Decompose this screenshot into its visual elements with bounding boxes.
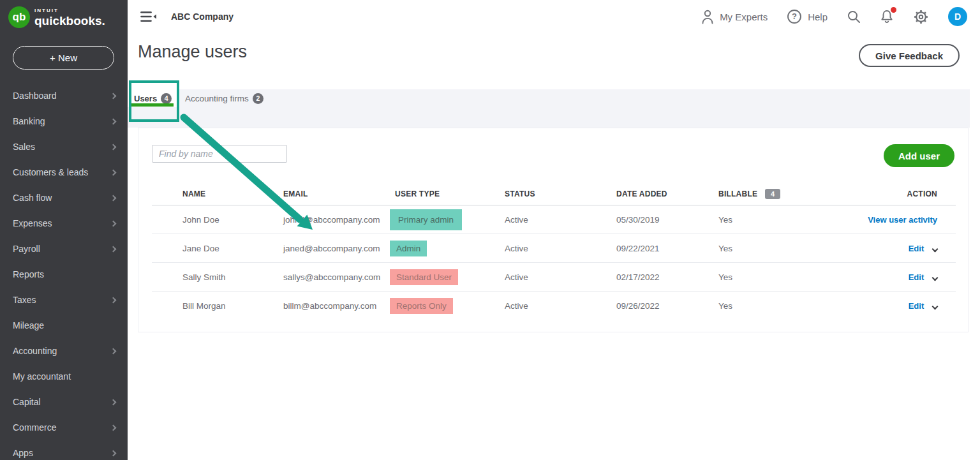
cell-date-added: 05/30/2019 [616, 215, 718, 225]
table-row: Jane Doe janed@abccompany.com Admin Acti… [152, 234, 956, 263]
chevron-right-icon [110, 246, 117, 252]
intuit-wordmark: INTUIT [34, 8, 105, 13]
active-tab-indicator [131, 103, 174, 107]
sidebar-item-label: Apps [13, 448, 33, 458]
chevron-right-icon [110, 297, 117, 303]
chevron-right-icon [110, 348, 117, 354]
chevron-right-icon [110, 195, 117, 201]
chevron-down-icon[interactable] [932, 304, 939, 310]
sidebar-item-label: Capital [13, 397, 41, 407]
action-link[interactable]: Edit [909, 301, 924, 311]
notifications-bell-icon[interactable] [880, 9, 894, 24]
cell-date-added: 09/22/2021 [616, 244, 718, 253]
cell-name: Sally Smith [152, 272, 283, 282]
person-icon [701, 10, 714, 24]
cell-billable: Yes [718, 301, 795, 311]
company-name: ABC Company [171, 11, 234, 22]
tab-users[interactable]: Users 4 [128, 89, 179, 107]
qb-logo-icon: qb [8, 6, 30, 28]
settings-gear-icon[interactable] [913, 9, 929, 25]
chevron-right-icon [110, 450, 117, 456]
user-type-badge: Reports Only [390, 298, 453, 314]
sidebar-item-reports[interactable]: Reports [0, 262, 128, 287]
sidebar-item-label: Reports [13, 269, 44, 279]
tab-users-count-badge: 4 [161, 93, 172, 104]
tab-accounting-firms-label: Accounting firms [185, 94, 249, 103]
table-row: John Doe johnd@abccompany.com Primary ad… [152, 205, 956, 234]
action-link[interactable]: Edit [909, 244, 924, 253]
chevron-right-icon [110, 169, 117, 175]
sidebar-item-label: Cash flow [13, 193, 52, 203]
sidebar-item-customers-leads[interactable]: Customers & leads [0, 160, 128, 185]
sidebar-item-my-accountant[interactable]: My accountant [0, 364, 128, 389]
action-link[interactable]: View user activity [868, 215, 937, 225]
sidebar-item-label: Dashboard [13, 91, 57, 101]
quickbooks-logo: qb INTUIT quickbooks. [0, 0, 128, 28]
my-experts-button[interactable]: My Experts [701, 10, 768, 24]
sidebar-item-accounting[interactable]: Accounting [0, 338, 128, 364]
chevron-right-icon [110, 118, 117, 124]
cell-email: billm@abccompany.com [283, 301, 390, 311]
sidebar-item-commerce[interactable]: Commerce [0, 415, 128, 440]
sidebar-item-dashboard[interactable]: Dashboard [0, 83, 128, 108]
tab-accounting-firms[interactable]: Accounting firms 2 [185, 89, 264, 107]
cell-user-type: Admin [390, 241, 505, 256]
sidebar-item-label: Banking [13, 116, 45, 126]
cell-status: Active [505, 272, 616, 282]
sidebar-nav: Dashboard Banking Sales Customers & lead… [0, 83, 128, 460]
tab-accounting-firms-count-badge: 2 [253, 93, 264, 104]
users-card: Add user NAME EMAIL USER TYPE STATUS DAT… [138, 128, 969, 332]
sidebar-item-capital[interactable]: Capital [0, 389, 128, 415]
sidebar-item-label: Customers & leads [13, 167, 88, 177]
give-feedback-button[interactable]: Give Feedback [859, 44, 960, 67]
chevron-right-icon [110, 93, 117, 99]
billable-count-badge: 4 [765, 189, 780, 199]
quickbooks-wordmark: quickbooks. [34, 15, 105, 27]
table-row: Bill Morgan billm@abccompany.com Reports… [152, 292, 956, 320]
action-link[interactable]: Edit [909, 272, 924, 282]
header-email: EMAIL [283, 189, 390, 198]
chevron-down-icon[interactable] [932, 246, 939, 252]
tab-strip: Users 4 Accounting firms 2 [128, 89, 970, 128]
notification-dot [891, 7, 896, 13]
cell-billable: Yes [718, 215, 795, 225]
sidebar-item-apps[interactable]: Apps [0, 440, 128, 460]
help-icon: ? [787, 9, 802, 24]
user-type-badge: Primary admin [390, 209, 462, 230]
sidebar-item-banking[interactable]: Banking [0, 108, 128, 134]
header-action: ACTION [795, 189, 956, 198]
new-button[interactable]: + New [13, 46, 114, 70]
sidebar-item-payroll[interactable]: Payroll [0, 236, 128, 262]
cell-user-type: Reports Only [390, 298, 505, 314]
sidebar-item-cash-flow[interactable]: Cash flow [0, 185, 128, 211]
sidebar-item-label: Taxes [13, 295, 36, 305]
sidebar-item-sales[interactable]: Sales [0, 134, 128, 160]
cell-billable: Yes [718, 272, 795, 282]
chevron-right-icon [110, 399, 117, 405]
sidebar-item-label: Commerce [13, 422, 56, 433]
header-user-type: USER TYPE [390, 189, 505, 198]
chevron-right-icon [110, 144, 117, 150]
collapse-sidebar-icon[interactable] [140, 11, 157, 22]
sidebar-item-label: Payroll [13, 244, 40, 254]
cell-billable: Yes [718, 244, 795, 253]
search-input[interactable] [152, 145, 287, 163]
cell-name: Bill Morgan [152, 301, 283, 311]
chevron-right-icon [110, 424, 117, 431]
help-button[interactable]: ? Help [787, 9, 828, 24]
search-icon[interactable] [847, 10, 861, 24]
cell-user-type: Primary admin [390, 209, 505, 230]
cell-action: View user activity [795, 215, 956, 225]
sidebar-item-label: Expenses [13, 218, 52, 228]
users-table: NAME EMAIL USER TYPE STATUS DATE ADDED B… [152, 189, 956, 320]
sidebar-item-mileage[interactable]: Mileage [0, 313, 128, 338]
sidebar-item-expenses[interactable]: Expenses [0, 211, 128, 236]
chevron-down-icon[interactable] [932, 274, 939, 281]
sidebar-item-taxes[interactable]: Taxes [0, 287, 128, 313]
cell-action: Edit [795, 272, 956, 282]
cell-action: Edit [795, 244, 956, 253]
avatar[interactable]: D [948, 7, 967, 26]
chevron-right-icon [110, 220, 117, 226]
add-user-button[interactable]: Add user [884, 144, 954, 167]
cell-status: Active [505, 215, 616, 225]
